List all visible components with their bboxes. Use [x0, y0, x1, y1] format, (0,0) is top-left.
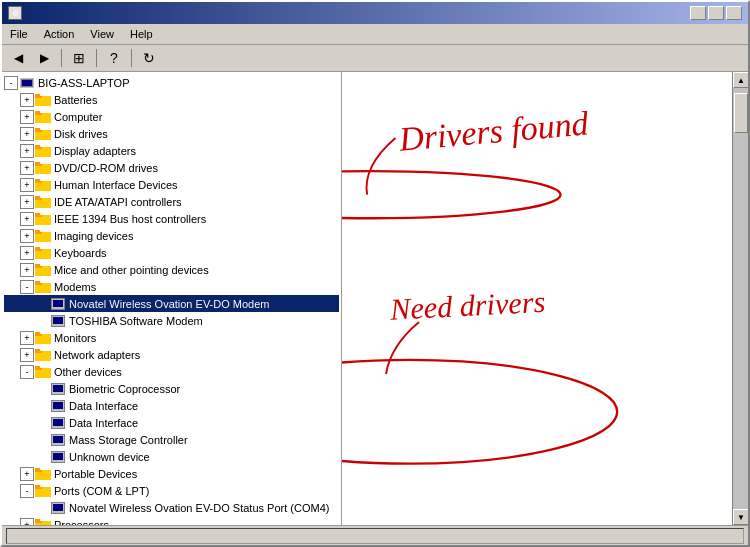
expand-button-disk-drives[interactable]: +: [20, 127, 34, 141]
close-button[interactable]: [726, 6, 742, 20]
tree-label-ports-com-lpt: Ports (COM & LPT): [54, 485, 149, 497]
tree-label-disk-drives: Disk drives: [54, 128, 108, 140]
tree-item-keyboards[interactable]: +Keyboards: [4, 244, 339, 261]
tree-item-mass-storage[interactable]: Mass Storage Controller: [4, 431, 339, 448]
tree-item-ieee-1394[interactable]: +IEEE 1394 Bus host controllers: [4, 210, 339, 227]
expand-button-ide-ata[interactable]: +: [20, 195, 34, 209]
annotation-panel: Drivers found Need drivers: [342, 72, 732, 525]
expand-button-ports-com-lpt[interactable]: -: [20, 484, 34, 498]
device-icon-ports-com-lpt: [35, 483, 51, 499]
tree-item-mice[interactable]: +Mice and other pointing devices: [4, 261, 339, 278]
vertical-scrollbar[interactable]: ▲ ▼: [732, 72, 748, 525]
expand-button-other-devices[interactable]: -: [20, 365, 34, 379]
tree-item-modems[interactable]: -Modems: [4, 278, 339, 295]
main-area: -BIG-ASS-LAPTOP+Batteries+Computer+Disk …: [2, 72, 748, 525]
tree-item-ide-ata[interactable]: +IDE ATA/ATAPI controllers: [4, 193, 339, 210]
expand-button-batteries[interactable]: +: [20, 93, 34, 107]
tree-item-data-interface-2[interactable]: Data Interface: [4, 414, 339, 431]
tree-label-biometric: Biometric Coprocessor: [69, 383, 180, 395]
svg-point-3: [342, 360, 617, 464]
tree-item-toshiba-modem[interactable]: TOSHIBA Software Modem: [4, 312, 339, 329]
menubar: File Action View Help: [2, 24, 748, 45]
tree-label-computer: Computer: [54, 111, 102, 123]
tree-item-batteries[interactable]: +Batteries: [4, 91, 339, 108]
tree-label-portable-devices: Portable Devices: [54, 468, 137, 480]
device-icon-network: [35, 347, 51, 363]
expand-button-processors[interactable]: +: [20, 518, 34, 526]
help-button[interactable]: ?: [102, 47, 126, 69]
tree-item-ports-com-lpt[interactable]: -Ports (COM & LPT): [4, 482, 339, 499]
forward-button[interactable]: ▶: [32, 47, 56, 69]
expand-button-mice[interactable]: +: [20, 263, 34, 277]
properties-button[interactable]: ⊞: [67, 47, 91, 69]
expand-button-human-interface[interactable]: +: [20, 178, 34, 192]
device-icon-data-interface-2: [50, 415, 66, 431]
status-text: [6, 528, 744, 544]
back-button[interactable]: ◀: [6, 47, 30, 69]
expand-button-root[interactable]: -: [4, 76, 18, 90]
device-icon-mice: [35, 262, 51, 278]
tree-item-novatel-modem[interactable]: Novatel Wireless Ovation EV-DO Modem: [4, 295, 339, 312]
tree-item-monitors[interactable]: +Monitors: [4, 329, 339, 346]
tree-item-network[interactable]: +Network adapters: [4, 346, 339, 363]
tree-item-portable-devices[interactable]: +Portable Devices: [4, 465, 339, 482]
tree-item-other-devices[interactable]: -Other devices: [4, 363, 339, 380]
device-icon-processors: [35, 517, 51, 526]
device-tree-panel[interactable]: -BIG-ASS-LAPTOP+Batteries+Computer+Disk …: [2, 72, 342, 525]
expand-button-network[interactable]: +: [20, 348, 34, 362]
tree-item-root[interactable]: -BIG-ASS-LAPTOP: [4, 74, 339, 91]
tree-item-unknown-device[interactable]: Unknown device: [4, 448, 339, 465]
scroll-thumb[interactable]: [734, 93, 748, 133]
menu-action[interactable]: Action: [36, 26, 83, 42]
tree-label-ieee-1394: IEEE 1394 Bus host controllers: [54, 213, 206, 225]
device-icon-unknown-device: [50, 449, 66, 465]
expand-button-keyboards[interactable]: +: [20, 246, 34, 260]
toolbar-separator-1: [61, 49, 62, 67]
tree-item-processors[interactable]: +Processors: [4, 516, 339, 525]
tree-item-biometric[interactable]: Biometric Coprocessor: [4, 380, 339, 397]
device-icon-human-interface: [35, 177, 51, 193]
toolbar-separator-3: [131, 49, 132, 67]
device-icon-data-interface-1: [50, 398, 66, 414]
device-icon-computer: [35, 109, 51, 125]
scroll-track[interactable]: [733, 88, 748, 509]
device-icon-other-devices: [35, 364, 51, 380]
minimize-button[interactable]: [690, 6, 706, 20]
tree-item-disk-drives[interactable]: +Disk drives: [4, 125, 339, 142]
device-icon-toshiba-modem: [50, 313, 66, 329]
tree-item-imaging[interactable]: +Imaging devices: [4, 227, 339, 244]
tree-item-computer[interactable]: +Computer: [4, 108, 339, 125]
title-bar: ⚙: [2, 2, 748, 24]
expand-button-ieee-1394[interactable]: +: [20, 212, 34, 226]
expand-button-imaging[interactable]: +: [20, 229, 34, 243]
device-icon-monitors: [35, 330, 51, 346]
tree-label-data-interface-1: Data Interface: [69, 400, 138, 412]
expand-button-monitors[interactable]: +: [20, 331, 34, 345]
expand-button-dvd-cdrom[interactable]: +: [20, 161, 34, 175]
tree-item-novatel-port[interactable]: Novatel Wireless Ovation EV-DO Status Po…: [4, 499, 339, 516]
expand-button-modems[interactable]: -: [20, 280, 34, 294]
expand-button-portable-devices[interactable]: +: [20, 467, 34, 481]
maximize-button[interactable]: [708, 6, 724, 20]
tree-item-display-adapters[interactable]: +Display adapters: [4, 142, 339, 159]
title-bar-left: ⚙: [8, 6, 26, 20]
scroll-down-button[interactable]: ▼: [733, 509, 748, 525]
menu-file[interactable]: File: [2, 26, 36, 42]
tree-label-mice: Mice and other pointing devices: [54, 264, 209, 276]
tree-item-human-interface[interactable]: +Human Interface Devices: [4, 176, 339, 193]
menu-view[interactable]: View: [82, 26, 122, 42]
expand-button-display-adapters[interactable]: +: [20, 144, 34, 158]
toolbar-separator-2: [96, 49, 97, 67]
tree-label-network: Network adapters: [54, 349, 140, 361]
menu-help[interactable]: Help: [122, 26, 161, 42]
tree-label-modems: Modems: [54, 281, 96, 293]
device-icon-modems: [35, 279, 51, 295]
toolbar: ◀ ▶ ⊞ ? ↻: [2, 45, 748, 72]
refresh-button[interactable]: ↻: [137, 47, 161, 69]
tree-item-data-interface-1[interactable]: Data Interface: [4, 397, 339, 414]
tree-label-batteries: Batteries: [54, 94, 97, 106]
expand-button-computer[interactable]: +: [20, 110, 34, 124]
tree-label-data-interface-2: Data Interface: [69, 417, 138, 429]
scroll-up-button[interactable]: ▲: [733, 72, 748, 88]
tree-item-dvd-cdrom[interactable]: +DVD/CD-ROM drives: [4, 159, 339, 176]
